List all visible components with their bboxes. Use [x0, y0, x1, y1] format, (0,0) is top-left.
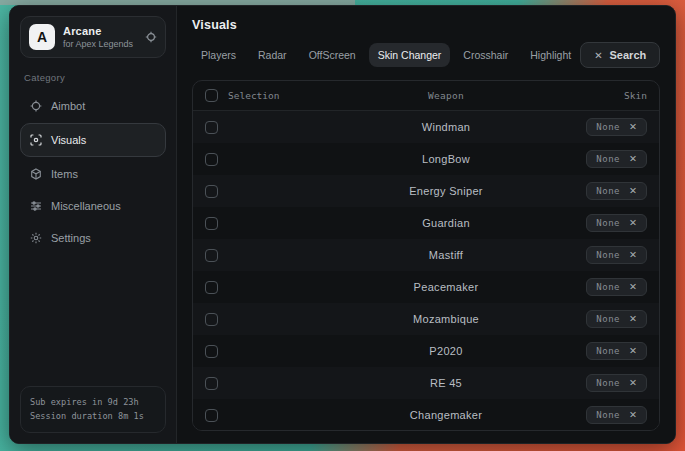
search-button-label: Search: [610, 49, 647, 61]
sidebar-item-settings[interactable]: Settings: [20, 223, 166, 253]
table-row: LongBowNone✕: [193, 143, 659, 175]
remove-skin-icon[interactable]: ✕: [629, 314, 637, 324]
column-skin: Skin: [624, 90, 647, 101]
row-checkbox[interactable]: [205, 217, 218, 230]
row-checkbox[interactable]: [205, 121, 218, 134]
skin-select-chip[interactable]: None✕: [586, 278, 647, 296]
remove-skin-icon[interactable]: ✕: [629, 282, 637, 292]
tab-offscreen[interactable]: OffScreen: [300, 43, 365, 67]
table-row: RE 45None✕: [193, 367, 659, 399]
target-icon[interactable]: [145, 31, 157, 43]
column-weapon: Weapon: [355, 90, 537, 101]
skin-value: None: [596, 154, 620, 164]
weapon-name: Mastiff: [355, 249, 537, 261]
brand-subtitle: for Apex Legends: [63, 39, 137, 49]
brand-text: Arcane for Apex Legends: [63, 25, 137, 49]
remove-skin-icon[interactable]: ✕: [629, 250, 637, 260]
skin-value: None: [596, 282, 620, 292]
sidebar-spacer: [20, 253, 166, 386]
scan-eye-icon: [30, 134, 42, 146]
weapon-name: RE 45: [355, 377, 537, 389]
tabs: PlayersRadarOffScreenSkin ChangerCrossha…: [192, 43, 580, 67]
weapon-name: Guardian: [355, 217, 537, 229]
skin-value: None: [596, 346, 620, 356]
table-row: WindmanNone✕: [193, 111, 659, 143]
row-checkbox[interactable]: [205, 409, 218, 422]
remove-skin-icon[interactable]: ✕: [629, 122, 637, 132]
skin-select-chip[interactable]: None✕: [586, 310, 647, 328]
skin-value: None: [596, 122, 620, 132]
skin-value: None: [596, 378, 620, 388]
tab-highlight[interactable]: Highlight: [521, 43, 580, 67]
sidebar-item-label: Items: [51, 168, 78, 180]
sidebar-item-items[interactable]: Items: [20, 159, 166, 189]
tabs-row: PlayersRadarOffScreenSkin ChangerCrossha…: [192, 42, 660, 68]
skin-select-chip[interactable]: None✕: [586, 150, 647, 168]
sidebar-item-miscellaneous[interactable]: Miscellaneous: [20, 191, 166, 221]
remove-skin-icon[interactable]: ✕: [629, 186, 637, 196]
table-row: PeacemakerNone✕: [193, 271, 659, 303]
remove-skin-icon[interactable]: ✕: [629, 346, 637, 356]
app-window: A Arcane for Apex Legends Category Aimbo…: [9, 5, 676, 444]
skin-value: None: [596, 314, 620, 324]
row-checkbox[interactable]: [205, 153, 218, 166]
search-button[interactable]: ✕ Search: [580, 42, 660, 68]
skin-select-chip[interactable]: None✕: [586, 214, 647, 232]
column-skin-wrap: Skin: [537, 90, 647, 101]
weapon-name: P2020: [355, 345, 537, 357]
sidebar-item-visuals[interactable]: Visuals: [20, 123, 166, 157]
table-row: MastiffNone✕: [193, 239, 659, 271]
brand-card: A Arcane for Apex Legends: [20, 16, 166, 58]
row-checkbox[interactable]: [205, 377, 218, 390]
tab-radar[interactable]: Radar: [249, 43, 296, 67]
weapon-name: Peacemaker: [355, 281, 537, 293]
weapon-name: Energy Sniper: [355, 185, 537, 197]
main-panel: Visuals PlayersRadarOffScreenSkin Change…: [177, 6, 675, 443]
box-icon: [30, 168, 42, 180]
table-row: MozambiqueNone✕: [193, 303, 659, 335]
skin-select-chip[interactable]: None✕: [586, 374, 647, 392]
skin-select-chip[interactable]: None✕: [586, 118, 647, 136]
remove-skin-icon[interactable]: ✕: [629, 410, 637, 420]
skin-select-chip[interactable]: None✕: [586, 342, 647, 360]
sub-expires-text: Sub expires in 9d 23h: [30, 395, 156, 410]
sidebar-item-label: Settings: [51, 232, 91, 244]
skin-select-chip[interactable]: None✕: [586, 406, 647, 424]
table-body: WindmanNone✕LongBowNone✕Energy SniperNon…: [193, 111, 659, 431]
skin-value: None: [596, 250, 620, 260]
gear-icon: [30, 232, 42, 244]
tab-players[interactable]: Players: [192, 43, 245, 67]
skin-select-chip[interactable]: None✕: [586, 182, 647, 200]
row-checkbox[interactable]: [205, 345, 218, 358]
weapon-name: Changemaker: [355, 409, 537, 421]
sidebar: A Arcane for Apex Legends Category Aimbo…: [10, 6, 177, 443]
sidebar-item-aimbot[interactable]: Aimbot: [20, 91, 166, 121]
tab-skin-changer[interactable]: Skin Changer: [369, 43, 451, 67]
close-icon: ✕: [594, 50, 602, 61]
row-checkbox[interactable]: [205, 313, 218, 326]
table-row: Energy SniperNone✕: [193, 175, 659, 207]
sidebar-item-label: Visuals: [51, 134, 86, 146]
row-checkbox[interactable]: [205, 281, 218, 294]
remove-skin-icon[interactable]: ✕: [629, 218, 637, 228]
select-all-checkbox[interactable]: [205, 89, 218, 102]
remove-skin-icon[interactable]: ✕: [629, 154, 637, 164]
brand-title: Arcane: [63, 25, 137, 37]
brand-logo: A: [29, 24, 55, 50]
table-header: Selection Weapon Skin: [193, 81, 659, 111]
weapon-name: LongBow: [355, 153, 537, 165]
row-checkbox[interactable]: [205, 185, 218, 198]
weapon-name: Mozambique: [355, 313, 537, 325]
remove-skin-icon[interactable]: ✕: [629, 378, 637, 388]
table-row: P2020None✕: [193, 335, 659, 367]
tab-crosshair[interactable]: Crosshair: [454, 43, 517, 67]
skin-select-chip[interactable]: None✕: [586, 246, 647, 264]
category-label: Category: [24, 72, 162, 83]
skin-value: None: [596, 218, 620, 228]
table-row: ChangemakerNone✕: [193, 399, 659, 431]
sidebar-nav: AimbotVisualsItemsMiscellaneousSettings: [20, 91, 166, 253]
page-title: Visuals: [192, 18, 660, 32]
weapon-name: Windman: [355, 121, 537, 133]
row-checkbox[interactable]: [205, 249, 218, 262]
skin-value: None: [596, 186, 620, 196]
